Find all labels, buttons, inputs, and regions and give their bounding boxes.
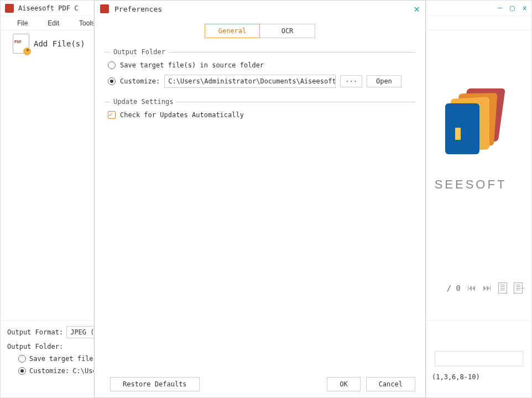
bottom-save-source-label: Save target file( <box>29 355 97 363</box>
page-total: / 0 <box>447 284 461 292</box>
logo-text: SEESOFT <box>418 177 523 192</box>
output-folder-label: Output Folder: <box>7 343 63 350</box>
bottom-customize-radio[interactable] <box>18 367 26 375</box>
menu-file[interactable]: File <box>17 19 28 27</box>
customize-radio[interactable] <box>108 77 116 85</box>
aiseesoft-logo <box>426 83 515 166</box>
minimize-button[interactable]: — <box>498 3 502 13</box>
add-files-label: Add File(s) <box>34 39 85 48</box>
update-settings-fieldset: Update Settings Check for Updates Automa… <box>105 98 415 119</box>
tab-ocr[interactable]: OCR <box>260 24 315 38</box>
customize-path-input[interactable]: C:\Users\Administrator\Documents\Aiseeso… <box>164 75 336 88</box>
output-folder-fieldset: Output Folder Save target file(s) in sou… <box>105 48 415 88</box>
add-files-button[interactable]: + Add File(s) <box>6 30 92 57</box>
app-icon <box>5 4 14 13</box>
restore-defaults-button[interactable]: Restore Defaults <box>110 377 200 391</box>
save-in-source-label: Save target file(s) in source folder <box>120 61 264 69</box>
preferences-title: Preferences <box>114 5 414 13</box>
fit-page-icon[interactable] <box>498 282 507 294</box>
bottom-customize-label: Customize: <box>29 367 69 375</box>
save-in-source-radio[interactable] <box>108 61 116 69</box>
preferences-tabs: General OCR <box>105 24 415 38</box>
check-updates-label: Check for Updates Automatically <box>120 111 244 119</box>
prev-page-icon[interactable]: ⏮ <box>467 283 476 294</box>
browse-button[interactable]: ··· <box>340 75 362 87</box>
next-page-icon[interactable]: ⏭ <box>483 283 492 294</box>
tab-general[interactable]: General <box>205 24 260 38</box>
preferences-titlebar: Preferences ✕ <box>95 1 425 17</box>
preferences-footer: Restore Defaults OK Cancel <box>95 371 425 397</box>
bottom-customize-path: C:\Use <box>72 367 96 375</box>
update-settings-legend-text: Update Settings <box>113 98 173 106</box>
preview-controls: / 0 ⏮ ⏭ <box>447 282 523 294</box>
maximize-button[interactable]: ▢ <box>510 3 514 13</box>
preferences-body: General OCR Output Folder Save target fi… <box>95 17 425 135</box>
preferences-dialog: Preferences ✕ General OCR Output Folder … <box>94 0 426 398</box>
preferences-app-icon <box>100 4 109 13</box>
open-folder-button[interactable]: Open <box>367 75 401 87</box>
export-page-icon[interactable] <box>514 282 523 294</box>
bottom-save-source-radio[interactable] <box>18 355 26 363</box>
page-range-input-border <box>435 351 523 366</box>
check-updates-checkbox[interactable] <box>108 111 116 119</box>
menu-edit[interactable]: Edit <box>48 19 59 27</box>
output-folder-legend: Output Folder <box>105 48 415 56</box>
menu-tools[interactable]: Tools <box>79 19 95 27</box>
preview-area: SEESOFT <box>418 83 523 192</box>
pdf-add-icon: + <box>13 34 29 54</box>
page-range-hint: (1,3,6,8-10) <box>432 373 480 381</box>
output-folder-legend-text: Output Folder <box>113 48 165 56</box>
preferences-close-button[interactable]: ✕ <box>414 3 420 15</box>
customize-label: Customize: <box>120 77 160 85</box>
close-button[interactable]: ✕ <box>523 3 527 13</box>
output-format-label: Output Format: <box>7 328 63 336</box>
update-settings-legend: Update Settings <box>105 98 415 106</box>
window-controls: — ▢ ✕ <box>498 3 527 13</box>
ok-button[interactable]: OK <box>327 377 360 391</box>
cancel-button[interactable]: Cancel <box>366 377 415 391</box>
